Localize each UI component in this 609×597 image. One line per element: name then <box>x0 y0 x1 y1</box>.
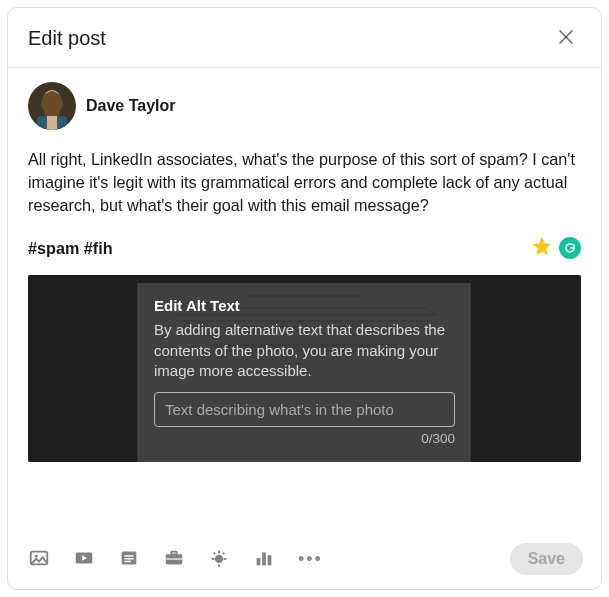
edit-post-modal: Edit post Dave Taylor All right, LinkedI… <box>7 7 602 590</box>
modal-body: Dave Taylor All right, LinkedIn associat… <box>8 68 601 533</box>
alt-text-input[interactable] <box>154 392 455 427</box>
svg-rect-16 <box>166 558 183 559</box>
more-button[interactable]: ••• <box>296 548 325 570</box>
modal-header: Edit post <box>8 8 601 68</box>
svg-rect-24 <box>257 558 261 565</box>
avatar <box>28 82 76 130</box>
post-body-text[interactable]: All right, LinkedIn associates, what's t… <box>28 148 581 217</box>
svg-rect-18 <box>218 550 220 553</box>
hashtags[interactable]: #spam #fih <box>28 239 113 258</box>
star-icon <box>531 235 553 261</box>
svg-point-17 <box>215 554 223 562</box>
alt-text-overlay: Edit Alt Text By adding alternative text… <box>28 275 581 462</box>
attached-image-area: Edit Alt Text By adding alternative text… <box>28 275 581 462</box>
svg-point-8 <box>35 554 38 557</box>
svg-rect-19 <box>218 564 220 567</box>
badges <box>531 235 581 261</box>
modal-footer: ••• Save <box>8 533 601 589</box>
modal-title: Edit post <box>28 27 106 50</box>
svg-rect-12 <box>124 558 133 559</box>
footer-toolbar: ••• <box>26 545 325 574</box>
photo-icon <box>28 547 50 572</box>
svg-rect-22 <box>213 552 216 555</box>
celebrate-button[interactable] <box>206 545 232 574</box>
svg-rect-11 <box>124 555 133 556</box>
svg-rect-23 <box>222 552 225 555</box>
svg-rect-13 <box>124 560 130 561</box>
briefcase-icon <box>163 547 185 572</box>
add-document-button[interactable] <box>116 545 142 574</box>
video-icon <box>73 547 95 572</box>
svg-rect-15 <box>171 551 177 554</box>
alt-text-title: Edit Alt Text <box>154 297 455 314</box>
close-icon <box>555 36 577 51</box>
author-name: Dave Taylor <box>86 97 176 115</box>
add-photo-button[interactable] <box>26 545 52 574</box>
grammarly-icon[interactable] <box>559 237 581 259</box>
poll-icon <box>253 547 275 572</box>
author-row: Dave Taylor <box>28 82 581 130</box>
alt-text-description: By adding alternative text that describe… <box>154 320 455 382</box>
add-video-button[interactable] <box>71 545 97 574</box>
save-button[interactable]: Save <box>510 543 583 575</box>
svg-rect-6 <box>47 116 57 130</box>
document-icon <box>118 547 140 572</box>
svg-rect-20 <box>212 558 215 560</box>
alt-text-char-count: 0/300 <box>154 431 455 446</box>
hashtag-row: #spam #fih <box>28 235 581 261</box>
svg-rect-25 <box>262 552 266 565</box>
celebrate-icon <box>208 547 230 572</box>
close-button[interactable] <box>551 22 581 55</box>
svg-rect-26 <box>268 555 272 565</box>
more-icon: ••• <box>298 550 323 568</box>
add-poll-button[interactable] <box>251 545 277 574</box>
add-job-button[interactable] <box>161 545 187 574</box>
svg-rect-21 <box>224 558 227 560</box>
